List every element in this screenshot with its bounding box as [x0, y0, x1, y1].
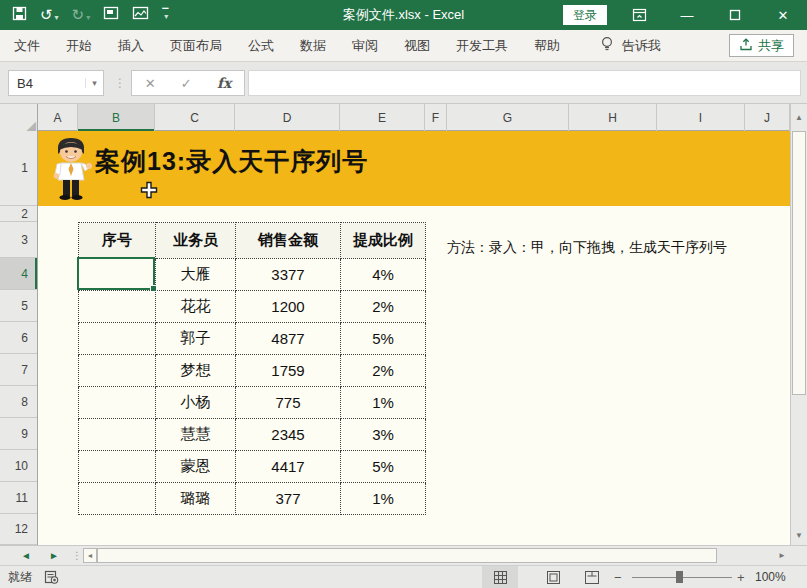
- row-header-8[interactable]: 8: [0, 386, 37, 418]
- column-header-f[interactable]: F: [425, 104, 447, 131]
- column-header-j[interactable]: J: [745, 104, 790, 131]
- table-header-cell[interactable]: 序号: [79, 223, 156, 259]
- normal-view-button[interactable]: [482, 566, 518, 588]
- column-header-i[interactable]: I: [657, 104, 745, 131]
- row-header-4[interactable]: 4: [0, 258, 37, 290]
- row-header-7[interactable]: 7: [0, 354, 37, 386]
- table-cell[interactable]: [79, 419, 156, 451]
- table-cell[interactable]: 1200: [236, 291, 341, 323]
- close-button[interactable]: ✕: [759, 0, 807, 30]
- horizontal-scroll-left-button[interactable]: ◄: [83, 548, 97, 563]
- table-cell[interactable]: [79, 291, 156, 323]
- select-all-button[interactable]: ◢: [0, 104, 38, 131]
- login-button[interactable]: 登录: [563, 5, 607, 25]
- ribbon-tab-3[interactable]: 页面布局: [170, 37, 222, 55]
- table-cell[interactable]: [79, 451, 156, 483]
- row-header-9[interactable]: 9: [0, 418, 37, 450]
- table-cell[interactable]: 3377: [236, 259, 341, 291]
- name-box-dropdown-icon[interactable]: ▾: [85, 78, 103, 88]
- column-header-e[interactable]: E: [340, 104, 425, 131]
- undo-button[interactable]: ↺▾: [40, 6, 59, 24]
- zoom-level-label[interactable]: 100%: [755, 566, 786, 588]
- table-cell[interactable]: 梦想: [156, 355, 236, 387]
- ribbon-tab-7[interactable]: 视图: [404, 37, 430, 55]
- macro-record-icon[interactable]: [44, 570, 59, 588]
- table-cell[interactable]: 郭子: [156, 323, 236, 355]
- page-layout-view-button[interactable]: [538, 566, 568, 588]
- name-box[interactable]: B4 ▾: [8, 70, 104, 96]
- table-cell[interactable]: 4877: [236, 323, 341, 355]
- table-header-cell[interactable]: 提成比例: [341, 223, 426, 259]
- zoom-out-button[interactable]: −: [614, 566, 622, 588]
- ribbon-tab-2[interactable]: 插入: [118, 37, 144, 55]
- table-cell[interactable]: 2%: [341, 291, 426, 323]
- zoom-slider-thumb[interactable]: [676, 571, 683, 583]
- sheet-nav-left-button[interactable]: ◄: [21, 546, 31, 565]
- table-cell[interactable]: 1759: [236, 355, 341, 387]
- ribbon-tab-1[interactable]: 开始: [66, 37, 92, 55]
- screenshot-icon[interactable]: [132, 6, 149, 24]
- table-cell[interactable]: 璐璐: [156, 483, 236, 515]
- row-header-6[interactable]: 6: [0, 322, 37, 354]
- table-cell[interactable]: 5%: [341, 323, 426, 355]
- horizontal-scroll-thumb[interactable]: [97, 548, 717, 563]
- table-cell[interactable]: 5%: [341, 451, 426, 483]
- table-cell[interactable]: 4417: [236, 451, 341, 483]
- ribbon-display-options-button[interactable]: [615, 0, 663, 30]
- table-cell[interactable]: 377: [236, 483, 341, 515]
- active-cell-selection[interactable]: [77, 257, 155, 290]
- table-cell[interactable]: [79, 355, 156, 387]
- table-cell[interactable]: [79, 483, 156, 515]
- formula-input[interactable]: [248, 70, 801, 96]
- insert-function-icon[interactable]: fx: [217, 75, 231, 91]
- row-header-2[interactable]: 2: [0, 206, 37, 222]
- table-header-cell[interactable]: 销售金额: [236, 223, 341, 259]
- method-note-text[interactable]: 方法：录入：甲，向下拖拽，生成天干序列号: [447, 236, 783, 259]
- column-header-h[interactable]: H: [569, 104, 657, 131]
- column-header-c[interactable]: C: [155, 104, 235, 131]
- row-header-11[interactable]: 11: [0, 482, 37, 514]
- table-cell[interactable]: 1%: [341, 483, 426, 515]
- vertical-scroll-down-button[interactable]: ▼: [791, 525, 807, 545]
- confirm-icon[interactable]: ✓: [181, 76, 192, 91]
- row-header-1[interactable]: 1: [0, 131, 37, 206]
- table-cell[interactable]: 3%: [341, 419, 426, 451]
- vertical-scrollbar[interactable]: ▼: [790, 131, 807, 545]
- save-icon[interactable]: [12, 6, 27, 25]
- table-cell[interactable]: 2%: [341, 355, 426, 387]
- column-header-a[interactable]: A: [38, 104, 78, 131]
- table-cell[interactable]: 蒙恩: [156, 451, 236, 483]
- row-header-10[interactable]: 10: [0, 450, 37, 482]
- row-header-3[interactable]: 3: [0, 222, 37, 258]
- sheet-area[interactable]: 123456789101112: [0, 131, 790, 545]
- page-break-view-button[interactable]: [577, 566, 607, 588]
- row-header-5[interactable]: 5: [0, 290, 37, 322]
- table-cell[interactable]: 小杨: [156, 387, 236, 419]
- column-header-b[interactable]: B: [78, 104, 155, 131]
- customize-toolbar-button[interactable]: ▔▾: [162, 11, 168, 19]
- sheet-nav-right-button[interactable]: ►: [49, 546, 59, 565]
- table-cell[interactable]: 慧慧: [156, 419, 236, 451]
- table-cell[interactable]: 4%: [341, 259, 426, 291]
- minimize-button[interactable]: —: [663, 0, 711, 30]
- switch-window-icon[interactable]: [103, 6, 119, 24]
- ribbon-tab-4[interactable]: 公式: [248, 37, 274, 55]
- share-button[interactable]: 共享: [729, 34, 794, 57]
- table-cell[interactable]: 2345: [236, 419, 341, 451]
- table-cell[interactable]: 大雁: [156, 259, 236, 291]
- tell-me-group[interactable]: 告诉我: [600, 30, 661, 61]
- table-cell[interactable]: 花花: [156, 291, 236, 323]
- table-cell[interactable]: [79, 323, 156, 355]
- table-cell[interactable]: [79, 387, 156, 419]
- horizontal-scroll-right-button[interactable]: ►: [774, 548, 790, 563]
- vertical-scroll-thumb[interactable]: [792, 131, 806, 395]
- ribbon-tab-8[interactable]: 开发工具: [456, 37, 508, 55]
- ribbon-tab-5[interactable]: 数据: [300, 37, 326, 55]
- zoom-in-button[interactable]: +: [737, 566, 745, 588]
- table-cell[interactable]: 775: [236, 387, 341, 419]
- column-header-g[interactable]: G: [447, 104, 569, 131]
- cancel-icon[interactable]: ✕: [145, 76, 156, 91]
- table-cell[interactable]: 1%: [341, 387, 426, 419]
- column-header-d[interactable]: D: [235, 104, 340, 131]
- maximize-button[interactable]: [711, 0, 759, 30]
